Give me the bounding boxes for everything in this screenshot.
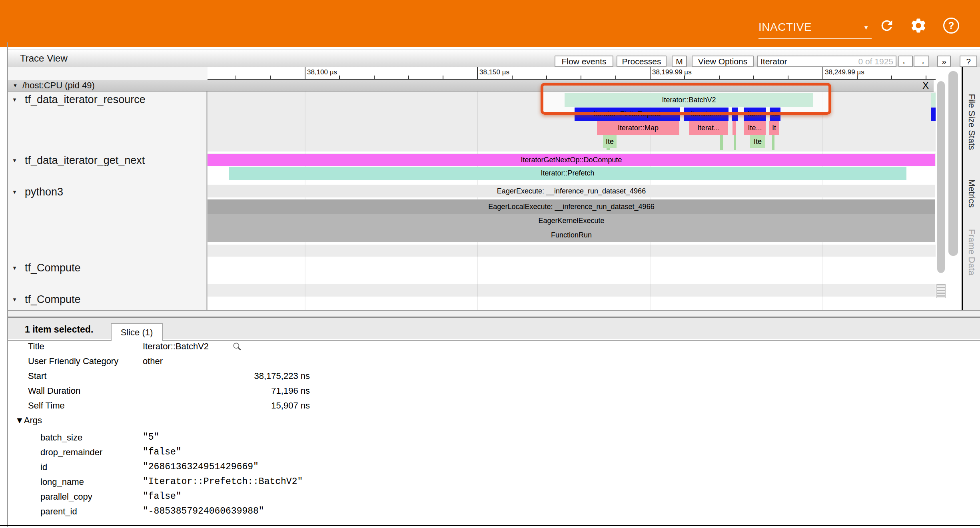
tab-slice[interactable]: Slice (1) xyxy=(111,323,163,341)
arg-key: long_name xyxy=(40,474,84,489)
arg-key: id xyxy=(40,460,47,474)
trace-slice[interactable]: It xyxy=(769,121,779,135)
run-status-select[interactable]: INACTIVE ▼ xyxy=(758,16,872,39)
ruler-tick-label: 38,100 µs xyxy=(307,68,337,76)
detail-row: Self Time15,907 ns xyxy=(8,398,488,413)
arg-value: "5" xyxy=(143,430,159,445)
collapse-triangle-icon[interactable]: ▼ xyxy=(12,265,25,271)
sidebar-tab-metrics[interactable]: Metrics xyxy=(966,179,977,208)
flow-events-button[interactable]: Flow events xyxy=(555,56,613,67)
sidebar-tab-frame-data[interactable]: Frame Data xyxy=(966,229,977,275)
track-label-text: python3 xyxy=(25,186,63,198)
view-options-button[interactable]: View Options xyxy=(692,56,754,67)
ruler-tick-label: 38,249.99 µs xyxy=(825,68,864,76)
resize-grippy-icon[interactable] xyxy=(936,284,946,298)
refresh-icon[interactable] xyxy=(878,17,896,34)
chevron-down-icon: ▼ xyxy=(863,24,872,31)
timeline-ruler: 38,100 µs38,150 µs38,199.99 µs38,249.99 … xyxy=(208,67,936,80)
ruler-minor-tick xyxy=(443,76,443,79)
detail-label: Start xyxy=(28,369,46,383)
ruler-minor-tick xyxy=(374,76,375,79)
find-prev-button[interactable]: ← xyxy=(898,56,913,67)
trace-slice[interactable]: Ite xyxy=(603,135,617,148)
search-input[interactable] xyxy=(760,56,852,66)
trace-slice[interactable]: EagerKernelExecute xyxy=(208,214,935,228)
detail-row: TitleIterator::BatchV2 xyxy=(8,339,488,354)
gear-icon[interactable] xyxy=(910,17,927,34)
ruler-minor-tick xyxy=(788,76,788,79)
collapse-triangle-icon[interactable]: ▼ xyxy=(13,83,18,88)
args-section-header[interactable]: ▼Args xyxy=(15,413,42,428)
trace-slice[interactable] xyxy=(931,108,936,121)
outer-scrollbar-thumb[interactable] xyxy=(948,71,958,256)
more-options-button[interactable]: » xyxy=(937,56,951,67)
trace-slice[interactable] xyxy=(733,121,736,135)
trace-slice[interactable]: Ite xyxy=(750,135,765,148)
track-background-stripe xyxy=(208,245,936,257)
trace-slice[interactable]: FunctionRun xyxy=(208,228,935,242)
arg-value: "2686136324951429669" xyxy=(143,460,259,474)
trace-slice[interactable]: IteratorGetNextOp::DoCompute xyxy=(208,154,935,166)
page-title: Trace View xyxy=(20,50,68,67)
track-label-tf_data_iterator_get_next[interactable]: ▼tf_data_iterator_get_next xyxy=(12,154,145,167)
metadata-button[interactable]: M xyxy=(672,56,687,67)
close-process-button[interactable]: X xyxy=(922,80,929,91)
horizontal-scrollbar-track[interactable] xyxy=(8,311,980,317)
magnifier-icon[interactable] xyxy=(232,341,242,353)
arg-key: parallel_copy xyxy=(40,489,92,504)
trace-slice[interactable] xyxy=(734,135,736,150)
ruler-minor-tick xyxy=(546,76,547,79)
collapse-triangle-icon[interactable]: ▼ xyxy=(12,97,25,103)
ruler-minor-tick xyxy=(753,76,754,79)
ruler-tick-label: 38,199.99 µs xyxy=(652,68,692,76)
shortcuts-help-button[interactable]: ? xyxy=(960,56,977,67)
track-label-text: tf_Compute xyxy=(25,262,81,274)
trace-slice[interactable]: EagerLocalExecute: __inference_run_datas… xyxy=(208,199,935,214)
arg-row: long_name"Iterator::Prefetch::BatchV2" xyxy=(8,474,488,489)
ruler-minor-tick xyxy=(270,76,271,79)
trace-slice[interactable] xyxy=(772,135,774,150)
process-header-label: /host:CPU (pid 49) xyxy=(22,80,95,91)
ruler-minor-tick xyxy=(684,76,685,79)
collapse-triangle-icon[interactable]: ▼ xyxy=(12,189,25,195)
detail-value: 38,175,223 ns xyxy=(143,369,310,383)
trace-slice[interactable]: Iterat... xyxy=(689,121,728,135)
detail-value: other xyxy=(143,354,163,369)
ruler-minor-tick xyxy=(236,76,236,79)
trace-slice[interactable]: Ite... xyxy=(744,121,766,135)
arg-value: "false" xyxy=(143,445,182,460)
trace-slice[interactable] xyxy=(720,135,723,150)
find-next-button[interactable]: → xyxy=(914,56,929,67)
track-label-tf_data_iterator_resource[interactable]: ▼tf_data_iterator_resource xyxy=(12,94,146,106)
track-label-text: tf_data_iterator_get_next xyxy=(25,154,145,167)
arg-key: batch_size xyxy=(40,430,82,445)
collapse-triangle-icon[interactable]: ▼ xyxy=(12,297,25,303)
search-highlight-rect xyxy=(541,83,831,115)
ruler-tick xyxy=(477,67,478,79)
ruler-minor-tick xyxy=(615,76,616,79)
window-bottom-border xyxy=(0,525,980,526)
detail-value: 71,196 ns xyxy=(143,383,310,398)
collapse-triangle-icon[interactable]: ▼ xyxy=(12,157,25,163)
detail-label: Self Time xyxy=(28,398,65,413)
vertical-scrollbar-thumb[interactable] xyxy=(937,81,945,273)
sidebar-tab-file-size-stats[interactable]: File Size Stats xyxy=(966,94,977,150)
track-label-tf_Compute[interactable]: ▼tf_Compute xyxy=(12,262,81,274)
trace-slice[interactable]: EagerExecute: __inference_run_dataset_49… xyxy=(208,185,935,197)
ruler-tick xyxy=(650,67,651,79)
help-icon[interactable]: ? xyxy=(942,17,960,34)
ruler-tick xyxy=(305,67,305,79)
trace-slice[interactable] xyxy=(931,93,936,107)
processes-button[interactable]: Processes xyxy=(617,56,667,67)
track-label-text: tf_Compute xyxy=(25,293,81,306)
ruler-minor-tick xyxy=(512,76,513,79)
track-label-python3[interactable]: ▼python3 xyxy=(12,186,63,198)
trace-slice[interactable]: Iterator::Prefetch xyxy=(229,167,906,180)
track-background-stripe xyxy=(208,284,936,297)
ruler-tick-label: 38,150 µs xyxy=(479,68,509,76)
trace-slice[interactable]: Iterator::Map xyxy=(597,121,679,135)
arg-row: batch_size"5" xyxy=(8,430,488,445)
track-label-tf_Compute[interactable]: ▼tf_Compute xyxy=(12,293,81,306)
detail-label: Wall Duration xyxy=(28,383,80,398)
arg-key: parent_id xyxy=(40,504,77,519)
